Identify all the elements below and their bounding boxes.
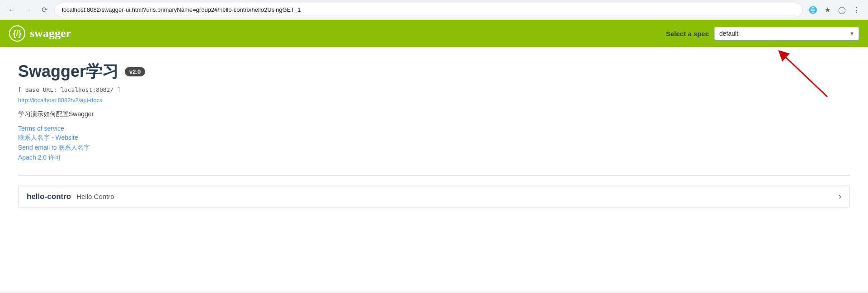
address-bar[interactable]	[54, 3, 803, 17]
swagger-logo: {/} swagger	[9, 25, 71, 42]
api-base-url: [ Base URL: localhost:8082/ ]	[18, 86, 850, 93]
browser-actions: 🌐 ★ ◯ ⋮	[807, 4, 863, 16]
api-info: Swagger学习 v2.0 [ Base URL: localhost:808…	[18, 61, 850, 162]
contact-email-link[interactable]: Send email to 联系人名字	[18, 144, 850, 152]
spec-select[interactable]: default	[714, 27, 859, 40]
bookmark-icon[interactable]: ★	[821, 4, 834, 16]
section-divider	[18, 175, 850, 176]
api-links: Terms of service 联系人名字 - Website Send em…	[18, 125, 850, 162]
back-button[interactable]: ←	[5, 4, 18, 16]
swagger-logo-text: swagger	[30, 27, 71, 40]
api-description: 学习演示如何配置Swagger	[18, 110, 850, 118]
api-title-row: Swagger学习 v2.0	[18, 61, 850, 83]
translate-icon[interactable]: 🌐	[807, 4, 819, 16]
logo-symbol: {/}	[13, 29, 21, 38]
license-link[interactable]: Apach 2.0 许可	[18, 154, 850, 162]
forward-button[interactable]: →	[22, 4, 34, 16]
api-title: Swagger学习	[18, 61, 118, 83]
profile-icon[interactable]: ◯	[835, 4, 848, 16]
controller-name: hello-contro	[27, 192, 71, 201]
controller-desc: Hello Contro	[76, 193, 114, 200]
controller-section: hello-contro Hello Contro ›	[18, 185, 850, 208]
controller-header[interactable]: hello-contro Hello Contro ›	[19, 185, 849, 208]
spec-select-wrapper[interactable]: default	[714, 27, 859, 40]
contact-website-link[interactable]: 联系人名字 - Website	[18, 134, 850, 142]
url-input[interactable]	[62, 6, 795, 13]
spec-label: Select a spec	[666, 30, 709, 38]
controller-chevron-icon: ›	[839, 192, 841, 201]
api-version-badge: v2.0	[125, 67, 145, 76]
browser-chrome: ← → ⟳ 🌐 ★ ◯ ⋮	[0, 0, 868, 20]
controller-title-group: hello-contro Hello Contro	[27, 192, 114, 201]
menu-icon[interactable]: ⋮	[850, 4, 863, 16]
spec-selector: Select a spec default	[666, 27, 859, 40]
reload-button[interactable]: ⟳	[38, 4, 51, 16]
swagger-header: {/} swagger Select a spec default	[0, 20, 868, 47]
terms-of-service-link[interactable]: Terms of service	[18, 125, 850, 132]
api-docs-link[interactable]: http://localhost:8082/v2/api-docs	[18, 97, 102, 104]
swagger-logo-icon: {/}	[9, 25, 25, 42]
main-content: Swagger学习 v2.0 [ Base URL: localhost:808…	[0, 47, 868, 291]
